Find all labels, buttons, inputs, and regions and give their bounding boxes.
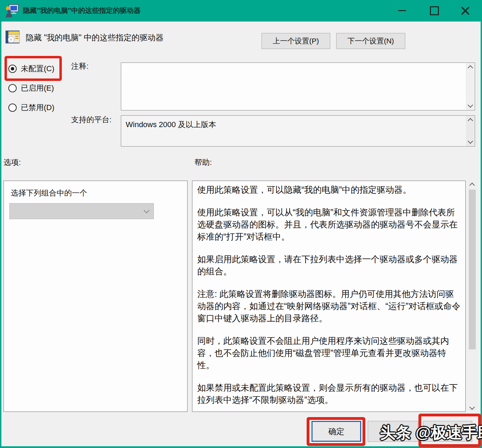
help-section-label: 帮助: <box>194 157 212 168</box>
chevron-up-icon[interactable] <box>468 65 473 71</box>
options-section-label: 选项: <box>3 157 21 168</box>
chevron-down-icon[interactable] <box>468 102 473 108</box>
radio-row-disabled[interactable]: 已禁用(D) <box>8 103 55 113</box>
help-paragraph: 如果禁用或未配置此策略设置，则会显示所有的驱动器，也可以在下拉列表中选择“不限制… <box>197 382 461 406</box>
comment-label: 注释: <box>71 61 89 72</box>
minimize-icon[interactable] <box>398 10 406 11</box>
options-panel: 选择下列组合中的一个 <box>3 181 188 412</box>
watermark-text: 头条 @极速手助 <box>380 422 482 443</box>
ok-button[interactable]: 确定 <box>311 421 361 442</box>
drive-combo-disabled <box>9 203 154 219</box>
chevron-down-icon <box>144 208 150 214</box>
supported-on-label: 支持的平台: <box>71 115 111 125</box>
maximize-icon[interactable] <box>430 6 439 15</box>
chevron-down-icon[interactable] <box>468 139 473 144</box>
supported-on-scrollbar[interactable] <box>466 116 474 146</box>
close-icon[interactable] <box>460 6 470 16</box>
chevron-up-icon[interactable] <box>468 118 473 124</box>
radio-not-configured-label[interactable]: 未配置(C) <box>21 64 55 74</box>
page-title: 隐藏 "我的电脑" 中的这些指定的驱动器 <box>26 32 164 43</box>
radio-disabled[interactable] <box>8 103 17 112</box>
scrollbar-thumb[interactable] <box>469 190 476 349</box>
comment-scrollbar[interactable] <box>466 63 474 110</box>
help-paragraph: 同时，此策略设置不会阻止用户使用程序来访问这些驱动器或其内容，也不会防止他们使用… <box>197 335 461 371</box>
policy-setting-icon <box>5 29 20 44</box>
help-paragraph: 注意: 此策略设置将删除驱动器图标。用户仍可使用其他方法访问驱动器的内容，如通过… <box>197 288 461 324</box>
help-paragraph: 使用此策略设置，可以隐藏“我的电脑”中的指定驱动器。 <box>197 184 461 196</box>
radio-enabled-label[interactable]: 已启用(E) <box>21 83 54 93</box>
chevron-up-icon[interactable] <box>469 183 475 188</box>
help-paragraph: 如果启用此策略设置，请在下拉列表中选择一个驱动器或多个驱动器的组合。 <box>197 253 461 277</box>
help-text: 使用此策略设置，可以隐藏“我的电脑”中的指定驱动器。 使用此策略设置，可以从“我… <box>192 181 465 412</box>
supported-on-textarea[interactable]: Windows 2000 及以上版本 <box>121 115 475 147</box>
help-paragraph: 使用此策略设置，可以从“我的电脑”和文件资源管理器中删除代表所选硬盘驱动器的图标… <box>197 206 461 243</box>
next-setting-button[interactable]: 下一个设置(N) <box>336 33 405 49</box>
combo-label: 选择下列组合中的一个 <box>11 188 87 198</box>
radio-enabled[interactable] <box>8 84 17 92</box>
help-panel: 使用此策略设置，可以隐藏“我的电脑”中的指定驱动器。 使用此策略设置，可以从“我… <box>192 181 466 412</box>
gpedit-app-icon <box>5 4 19 18</box>
previous-setting-button[interactable]: 上一个设置(P) <box>261 33 330 49</box>
chevron-down-icon[interactable] <box>469 405 475 410</box>
window-title: 隐藏"我的电脑"中的这些指定的驱动器 <box>23 0 141 22</box>
radio-not-configured[interactable] <box>8 65 17 73</box>
help-scrollbar[interactable] <box>468 181 477 412</box>
comment-textarea[interactable] <box>121 63 475 110</box>
supported-on-value: Windows 2000 及以上版本 <box>126 119 216 130</box>
radio-row-not-configured[interactable]: 未配置(C) <box>8 64 55 74</box>
radio-disabled-label[interactable]: 已禁用(D) <box>21 102 55 113</box>
radio-row-enabled[interactable]: 已启用(E) <box>8 83 54 93</box>
policy-dialog-window: 隐藏"我的电脑"中的这些指定的驱动器 隐藏 "我的电脑" 中的这些指定的驱动器 … <box>0 0 482 448</box>
